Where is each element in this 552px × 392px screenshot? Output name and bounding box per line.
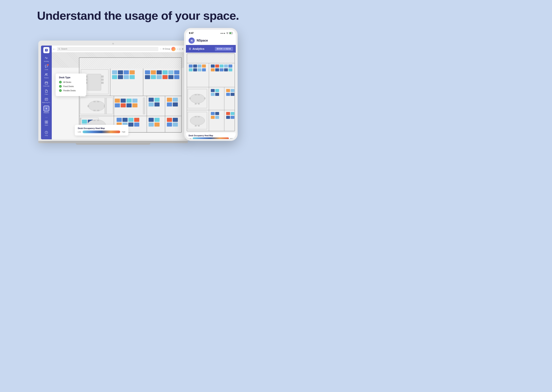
teams-main-content: ‹ › Search ···: [52, 46, 185, 139]
popup-title: Desk Type: [59, 76, 83, 79]
flexible-desks-check: [59, 89, 62, 92]
nspace-icon: N: [44, 106, 49, 112]
minimize-icon[interactable]: −: [177, 48, 178, 50]
all-desks-item[interactable]: All Desks: [59, 81, 83, 84]
calendar-label: Calendar: [43, 85, 50, 87]
phone-floorplan-svg: [186, 53, 236, 133]
svg-rect-54: [157, 75, 162, 79]
page-heading: Understand the usage of your space.: [0, 0, 276, 26]
svg-rect-107: [93, 120, 95, 121]
sidebar-more[interactable]: ···: [45, 116, 48, 119]
svg-rect-73: [132, 103, 138, 107]
svg-rect-48: [157, 70, 162, 74]
search-placeholder: Search: [61, 48, 67, 50]
phone-heatmap-high: High: [230, 138, 233, 139]
calendar-icon: [44, 81, 48, 85]
svg-rect-155: [226, 93, 230, 96]
svg-rect-68: [126, 98, 132, 103]
svg-point-142: [190, 94, 205, 103]
svg-rect-95: [149, 118, 154, 122]
fixed-desks-item[interactable]: Fixed Desks: [59, 85, 83, 88]
svg-rect-8: [45, 98, 48, 100]
activity-icon: [44, 56, 48, 60]
svg-rect-116: [187, 54, 235, 63]
heatmap-bar-row: Low High: [78, 131, 125, 133]
sidebar-item-tasks[interactable]: Tasks by Pl...: [41, 97, 52, 104]
files-label: Files: [45, 93, 48, 95]
svg-rect-164: [215, 112, 219, 115]
svg-rect-168: [215, 116, 219, 119]
sidebar-item-files[interactable]: Files: [41, 88, 52, 96]
phone-screen: 9:47 ▲▲▲: [186, 30, 236, 139]
search-icon: [58, 48, 60, 50]
sidebar-item-chat[interactable]: 1 Chat: [41, 64, 52, 71]
svg-rect-125: [198, 64, 202, 68]
svg-rect-4: [45, 82, 48, 84]
phone-app-name: NSpace: [197, 39, 208, 42]
laptop-device: T Activity: [38, 41, 188, 145]
svg-rect-50: [168, 70, 174, 74]
svg-rect-128: [193, 68, 197, 71]
book-desk-button[interactable]: BOOK A DESK: [215, 47, 233, 51]
laptop-camera: [112, 43, 114, 44]
svg-rect-74: [149, 98, 154, 102]
phone-heatmap-gradient: [193, 137, 229, 139]
sidebar-item-nspace[interactable]: N NSpace: [41, 105, 52, 114]
svg-rect-108: [97, 120, 99, 121]
teams-logo-icon: T: [45, 49, 48, 52]
chat-badge-dot: 1: [47, 64, 49, 66]
forward-icon[interactable]: ›: [55, 48, 56, 50]
svg-point-2: [45, 74, 46, 75]
svg-rect-166: [231, 112, 234, 115]
svg-rect-129: [198, 68, 202, 71]
sidebar-item-activity[interactable]: Activity: [41, 56, 52, 63]
topbar-more-icon[interactable]: ···: [160, 48, 161, 50]
svg-rect-83: [82, 120, 87, 124]
svg-point-18: [59, 48, 60, 49]
svg-rect-161: [195, 125, 197, 126]
close-icon[interactable]: ✕: [182, 48, 184, 50]
svg-rect-61: [97, 101, 99, 102]
svg-rect-167: [211, 116, 215, 119]
svg-rect-139: [224, 68, 228, 71]
svg-rect-72: [126, 103, 132, 107]
svg-point-59: [88, 101, 105, 111]
svg-rect-96: [154, 118, 160, 122]
search-bar[interactable]: Search: [57, 47, 158, 51]
svg-rect-123: [189, 64, 193, 68]
help-label: Help: [45, 134, 48, 136]
svg-rect-163: [211, 112, 215, 115]
svg-rect-101: [167, 123, 172, 126]
svg-rect-52: [145, 75, 150, 79]
floorplan-area: Desk Type All Desks Fixed Desks: [52, 52, 185, 139]
sidebar-item-help[interactable]: ? Help: [45, 131, 48, 138]
svg-rect-70: [115, 103, 120, 107]
svg-rect-41: [130, 70, 135, 74]
sidebar-item-teams[interactable]: Teams: [41, 72, 52, 79]
svg-rect-51: [174, 70, 179, 74]
svg-rect-99: [149, 123, 154, 126]
phone-status-bar: 9:47 ▲▲▲: [186, 30, 236, 36]
tasks-label: Tasks by Pl...: [42, 102, 51, 103]
maximize-icon[interactable]: □: [179, 48, 181, 50]
svg-rect-64: [87, 105, 89, 107]
svg-rect-79: [154, 103, 160, 107]
svg-rect-63: [97, 110, 99, 112]
flexible-desks-item[interactable]: Flexible Desks: [59, 89, 83, 92]
svg-rect-69: [132, 98, 138, 103]
svg-rect-56: [168, 75, 174, 79]
sidebar-item-apps[interactable]: Apps: [45, 120, 48, 126]
svg-rect-124: [193, 64, 197, 68]
phone-analytics-title: Analytics: [189, 47, 204, 50]
battery-icon: [229, 32, 233, 34]
svg-rect-150: [215, 89, 219, 92]
devices-section: T Activity: [0, 26, 276, 145]
phone-analytics-bar: Analytics BOOK A DESK: [186, 45, 236, 53]
svg-rect-71: [121, 103, 126, 107]
back-icon[interactable]: ‹: [53, 48, 54, 50]
svg-rect-38: [112, 70, 117, 74]
apps-label: Apps: [45, 124, 48, 126]
sidebar-item-calendar[interactable]: Calendar: [41, 80, 52, 88]
activity-label: Activity: [44, 61, 49, 62]
svg-rect-159: [195, 116, 197, 117]
